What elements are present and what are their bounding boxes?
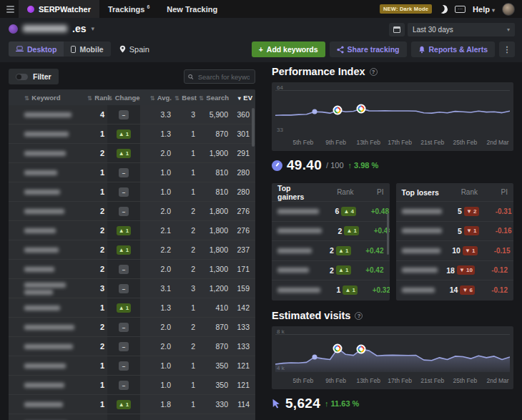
mover-keyword-blurred [402, 248, 440, 253]
change-cell: – [107, 318, 140, 336]
performance-index-value-row: 49.40 / 100 ↑ 3.98 % [272, 157, 513, 173]
mover-change-badge: ▼ 6 [460, 285, 475, 295]
more-options-kebab-icon[interactable]: ⋮ [499, 41, 515, 57]
keyword-table-row[interactable]: 2 ▲ 1 2.1 2 1,800 276 [9, 221, 255, 240]
table-scrollbar[interactable] [252, 108, 255, 147]
avg-value: 2.0 [140, 260, 174, 278]
mover-row[interactable]: 6▲ 4 +0.48 [272, 201, 390, 221]
keyword-table-row[interactable]: 3 – 3.1 3 1,200 159 [9, 279, 255, 298]
header-keyword[interactable]: ⇅ Keyword [24, 94, 87, 102]
keyword-table-row[interactable]: 2 ▲ 1 2.2 2 1,800 237 [9, 240, 255, 260]
keyword-table-row[interactable]: 2 – 2.0 2 870 133 [9, 318, 255, 337]
mover-row[interactable]: 2▲ 1 +0.42 [272, 260, 390, 280]
keyword-table-row[interactable]: 4 – 3.3 3 5,900 360 [9, 105, 255, 124]
date-range-select[interactable]: Last 30 days▾ [408, 23, 515, 36]
best-value: 1 [174, 144, 199, 162]
gainers-rank-header[interactable]: Rank [317, 188, 354, 196]
keyword-cell-blurred [24, 344, 87, 349]
header-search[interactable]: ⇅ Search [199, 94, 232, 102]
ev-value: 159 [232, 279, 255, 298]
keyword-table-row[interactable]: 1 ▲ 1 1.8 1 330 114 [9, 395, 255, 414]
hamburger-menu-icon[interactable] [0, 0, 19, 18]
add-keywords-button[interactable]: + Add keywords [252, 41, 325, 57]
mover-row[interactable]: 14▼ 6 -0.12 [396, 280, 514, 300]
domain-switch-chevron-icon[interactable]: ▾ [91, 25, 94, 32]
filter-toggle-button[interactable]: Filter [9, 69, 59, 84]
x-axis-tick-label: 17th Feb [388, 139, 412, 146]
mover-row[interactable]: 10▼ 1 -0.15 [396, 240, 514, 260]
filter-switch[interactable] [16, 74, 28, 80]
mover-pi-value: +0.42 [351, 266, 384, 274]
user-avatar[interactable] [502, 3, 515, 16]
mover-change-badge: ▼ 2 [464, 207, 479, 216]
keyword-table-row[interactable]: 1 – 1.0 1 350 121 [9, 376, 255, 395]
losers-pi-header[interactable]: PI [478, 188, 508, 196]
google-update-marker-icon[interactable] [357, 345, 366, 354]
keyword-table-row[interactable]: 2 – 2.0 2 1,800 276 [9, 202, 255, 221]
rank-value: 2 [87, 226, 107, 235]
estimated-visits-chart[interactable]: 8 k 4 k 5th Feb9th Feb13th Feb17th Feb21… [272, 326, 513, 389]
best-value: 1 [174, 356, 199, 375]
mover-pi-value: +0.48 [356, 207, 389, 215]
google-update-marker-icon[interactable] [357, 104, 366, 113]
keyword-table-row[interactable]: 2 – 2.0 2 870 133 [9, 337, 255, 356]
search-icon [188, 74, 194, 80]
keyword-table-row[interactable]: 1 ▲ 1 1.3 1 410 142 [9, 298, 255, 318]
mover-change-badge: ▼ 1 [464, 226, 479, 235]
x-axis-tick-label: 13th Feb [356, 139, 380, 146]
keyword-table-row[interactable] [9, 414, 255, 420]
header-avg[interactable]: ⇅ Avg. [140, 94, 174, 102]
bell-icon [418, 46, 425, 54]
keyword-table-row[interactable]: 1 – 1.0 1 350 121 [9, 356, 255, 376]
device-mobile-button[interactable]: Mobile [64, 41, 110, 57]
data-point-marker[interactable] [312, 355, 317, 360]
header-change[interactable]: ⇅ Change [107, 94, 140, 102]
help-circle-icon[interactable]: ? [370, 68, 378, 76]
search-volume-value: 870 [199, 124, 232, 143]
header-ev-sorted[interactable]: ▾ EV [232, 94, 255, 102]
gainers-pi-header[interactable]: PI [354, 188, 384, 196]
keyboard-shortcuts-icon[interactable]: ··· [455, 6, 466, 13]
keyword-table-row[interactable]: 2 – 2.0 2 1,300 171 [9, 260, 255, 279]
keyword-table-row[interactable]: 1 – 1.0 1 810 280 [9, 163, 255, 182]
reports-alerts-button[interactable]: Reports & Alerts [411, 41, 495, 57]
avg-value: 1.0 [140, 356, 174, 375]
mover-row[interactable]: 2▲ 1 +0.44 [272, 221, 390, 241]
nav-new-tracking[interactable]: New Tracking [158, 5, 226, 14]
mover-row[interactable]: 1▲ 1 +0.32 [272, 280, 390, 300]
change-cell: – [107, 260, 140, 278]
keyword-cell-blurred [24, 190, 87, 195]
avg-value: 1.0 [140, 163, 174, 182]
keyword-table-row[interactable]: 1 – 1.0 1 810 280 [9, 182, 255, 202]
header-best[interactable]: ⇅ Best [174, 94, 199, 102]
table-body: 4 – 3.3 3 5,900 360 1 ▲ 1 1.3 1 870 301 … [9, 105, 255, 420]
dark-mode-toggle-moon-icon[interactable] [438, 4, 449, 14]
change-badge: ▲ 1 [117, 226, 132, 235]
header-rank[interactable]: ⇅ Rank [87, 94, 107, 102]
performance-index-chart[interactable]: 64 33 5th Feb9th Feb13th Feb17th Feb21st… [272, 82, 513, 151]
calendar-button[interactable] [389, 23, 405, 36]
losers-rank-header[interactable]: Rank [440, 188, 478, 196]
mover-row[interactable]: 2▲ 1 +0.42 [272, 240, 390, 260]
change-cell: – [107, 202, 140, 220]
help-circle-icon[interactable]: ? [355, 312, 363, 320]
ev-value: 142 [232, 298, 255, 317]
data-point-marker[interactable] [312, 109, 317, 114]
gainers-scrollbar[interactable] [387, 213, 389, 255]
google-update-marker-icon[interactable] [333, 343, 343, 353]
help-menu[interactable]: Help ▾ [473, 5, 495, 14]
google-update-marker-icon[interactable] [333, 106, 343, 115]
mover-row[interactable]: 18▼ 10 -0.12 [396, 260, 514, 280]
device-desktop-button[interactable]: Desktop [9, 41, 64, 57]
change-cell: ▲ 1 [107, 144, 140, 162]
keyword-table-row[interactable]: 2 ▲ 1 2.0 1 1,900 291 [9, 144, 255, 163]
app-brand[interactable]: SERPWatcher [19, 0, 99, 18]
site-favicon [9, 24, 18, 34]
mover-row[interactable]: 5▼ 1 -0.16 [396, 221, 514, 241]
nav-trackings[interactable]: Trackings 6 [99, 4, 158, 14]
rank-value: 1 [87, 400, 107, 409]
mover-row[interactable]: 5▼ 2 -0.31 [396, 201, 514, 221]
keyword-table-row[interactable]: 1 ▲ 1 1.3 1 870 301 [9, 124, 255, 144]
search-input[interactable] [197, 72, 251, 82]
share-tracking-button[interactable]: Share tracking [330, 41, 407, 57]
